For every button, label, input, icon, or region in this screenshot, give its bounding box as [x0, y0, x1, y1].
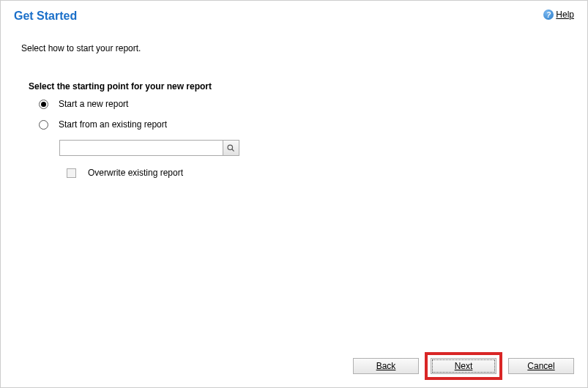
next-button-label: Next [455, 361, 473, 371]
cancel-button-label: Cancel [527, 361, 554, 371]
radio-new-report[interactable] [39, 100, 48, 109]
existing-report-input[interactable] [60, 141, 223, 155]
search-icon [226, 143, 236, 153]
svg-point-0 [228, 145, 233, 150]
page-title: Get Started [14, 10, 77, 23]
overwrite-checkbox[interactable] [67, 168, 76, 178]
radio-new-report-label: Start a new report [59, 99, 128, 109]
page-subtitle: Select how to start your report. [1, 23, 587, 53]
svg-line-1 [232, 149, 234, 151]
search-button[interactable] [223, 141, 239, 155]
overwrite-label: Overwrite existing report [88, 168, 183, 178]
radio-selected-dot-icon [41, 102, 46, 107]
next-button[interactable]: Next [431, 358, 496, 374]
section-label: Select the starting point for your new r… [1, 53, 587, 99]
next-highlight-box: Next [425, 352, 502, 380]
help-icon: ? [543, 10, 554, 20]
existing-report-search[interactable] [59, 140, 239, 156]
radio-existing-report-label: Start from an existing report [59, 119, 167, 130]
back-button[interactable]: Back [353, 358, 419, 374]
help-link[interactable]: ? Help [543, 10, 574, 20]
cancel-button[interactable]: Cancel [508, 358, 574, 374]
overwrite-row[interactable]: Overwrite existing report [67, 168, 587, 178]
radio-existing-report-row[interactable]: Start from an existing report [39, 119, 587, 130]
back-button-label: Back [376, 361, 396, 371]
help-label: Help [556, 10, 574, 20]
radio-new-report-row[interactable]: Start a new report [39, 99, 587, 109]
radio-existing-report[interactable] [39, 120, 48, 130]
